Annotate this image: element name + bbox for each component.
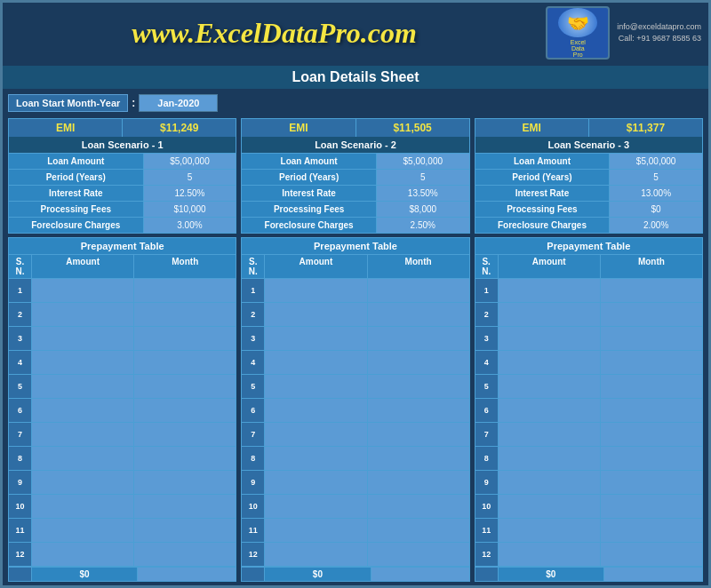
month-cell[interactable] [601,303,702,326]
amount-cell[interactable] [499,303,601,326]
month-cell[interactable] [368,423,469,446]
month-cell[interactable] [134,303,236,326]
amount-cell[interactable] [265,471,367,494]
amount-cell[interactable] [499,423,601,446]
month-cell[interactable] [134,423,236,446]
amount-cell[interactable] [265,399,367,422]
amount-cell[interactable] [32,279,134,302]
amount-cell[interactable] [32,471,134,494]
month-cell[interactable] [601,495,702,518]
amount-cell[interactable] [32,495,134,518]
loan-start-value[interactable]: Jan-2020 [139,94,218,112]
amount-cell[interactable] [499,327,601,350]
month-cell[interactable] [368,495,469,518]
fees-value-3[interactable]: $0 [610,202,702,217]
table-row: 5 [242,375,468,399]
amount-cell[interactable] [265,279,367,302]
month-cell[interactable] [601,399,702,422]
month-cell[interactable] [134,543,236,566]
month-cell[interactable] [601,519,702,542]
amount-cell[interactable] [265,495,367,518]
period-value-1[interactable]: 5 [144,170,236,185]
month-cell[interactable] [368,279,469,302]
amount-cell[interactable] [32,519,134,542]
month-cell[interactable] [368,519,469,542]
site-url-link[interactable]: www.ExcelDataPro.com [132,17,417,49]
amount-cell[interactable] [32,327,134,350]
logo: 🤝 ExcelDataPro [546,6,610,60]
month-cell[interactable] [601,351,702,374]
foreclosure-value-2[interactable]: 2.50% [377,218,469,233]
month-cell[interactable] [601,375,702,398]
month-cell[interactable] [601,279,702,302]
month-cell[interactable] [368,303,469,326]
amount-cell[interactable] [32,351,134,374]
amount-cell[interactable] [499,495,601,518]
amount-cell[interactable] [265,423,367,446]
month-cell[interactable] [134,279,236,302]
period-value-3[interactable]: 5 [610,170,702,185]
amount-cell[interactable] [499,279,601,302]
month-cell[interactable] [368,447,469,470]
fees-value-2[interactable]: $8,000 [377,202,469,217]
month-cell[interactable] [134,519,236,542]
month-cell[interactable] [134,495,236,518]
foreclosure-value-1[interactable]: 3.00% [144,218,236,233]
loan-amount-value-3[interactable]: $5,00,000 [610,154,702,169]
month-cell[interactable] [134,327,236,350]
month-cell[interactable] [134,471,236,494]
table-row: 5 [475,375,702,399]
month-cell[interactable] [601,471,702,494]
amount-cell[interactable] [265,375,367,398]
month-cell[interactable] [368,471,469,494]
interest-value-2[interactable]: 13.50% [377,186,469,201]
amount-cell[interactable] [32,543,134,566]
month-cell[interactable] [368,351,469,374]
month-cell[interactable] [601,423,702,446]
sn-cell: 6 [9,399,32,422]
sn-cell: 3 [475,327,499,350]
amount-cell[interactable] [265,351,367,374]
interest-value-1[interactable]: 12.50% [144,186,236,201]
month-cell[interactable] [601,543,702,566]
fees-value-1[interactable]: $10,000 [144,202,236,217]
amount-cell[interactable] [265,543,367,566]
amount-cell[interactable] [265,519,367,542]
interest-value-3[interactable]: 13.00% [610,186,702,201]
month-cell[interactable] [368,327,469,350]
table-row: 3 [9,327,236,351]
amount-cell[interactable] [32,447,134,470]
amount-cell[interactable] [32,303,134,326]
amount-cell[interactable] [265,303,367,326]
month-cell[interactable] [134,399,236,422]
foreclosure-value-3[interactable]: 2.00% [610,218,702,233]
amount-cell[interactable] [265,327,367,350]
loan-amount-value-2[interactable]: $5,00,000 [377,154,469,169]
amount-cell[interactable] [499,519,601,542]
amount-cell[interactable] [499,543,601,566]
amount-cell[interactable] [32,399,134,422]
scenario-2: EMI $11,505 Loan Scenario - 2 Loan Amoun… [241,118,469,234]
amount-cell[interactable] [32,375,134,398]
month-cell[interactable] [601,327,702,350]
sn-cell: 11 [9,519,32,542]
month-cell[interactable] [134,375,236,398]
amount-cell[interactable] [499,351,601,374]
month-cell[interactable] [368,543,469,566]
month-cell[interactable] [601,447,702,470]
month-cell[interactable] [134,447,236,470]
month-cell[interactable] [368,375,469,398]
month-header-2: Month [368,255,469,278]
amount-cell[interactable] [499,447,601,470]
amount-cell[interactable] [32,423,134,446]
month-cell[interactable] [134,351,236,374]
amount-cell[interactable] [265,447,367,470]
period-value-2[interactable]: 5 [377,170,469,185]
fees-label-3: Processing Fees [475,202,611,217]
prepayment-header-2: S. N. Amount Month [242,255,468,279]
loan-amount-value-1[interactable]: $5,00,000 [144,154,236,169]
amount-cell[interactable] [499,399,601,422]
month-cell[interactable] [368,399,469,422]
amount-cell[interactable] [499,375,601,398]
amount-cell[interactable] [499,471,601,494]
